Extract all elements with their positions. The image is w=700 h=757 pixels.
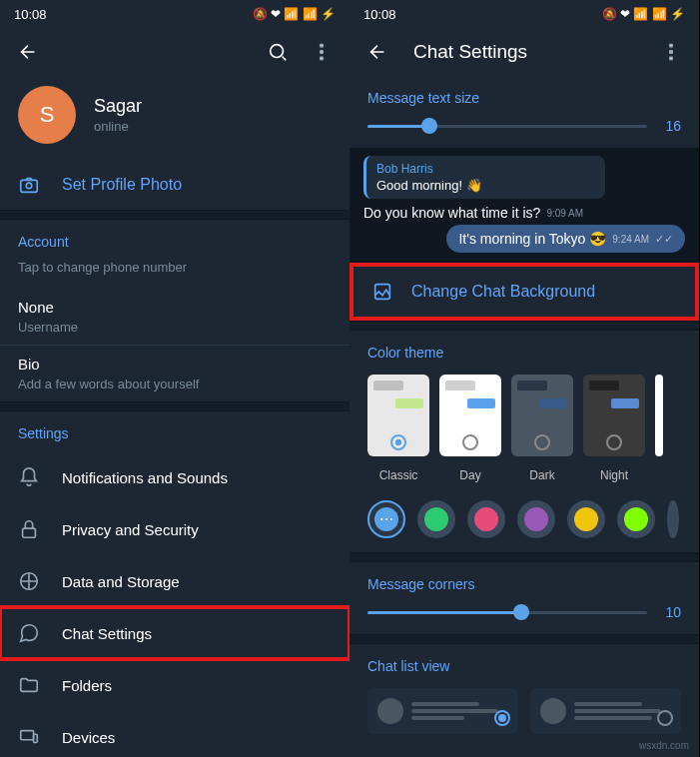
status-icons: 🔕 ❤ 📶 📶 ⚡ <box>602 7 685 21</box>
checkmark-icon: ✓✓ <box>655 233 673 246</box>
accent-color-pink[interactable] <box>467 500 505 538</box>
theme-classic[interactable] <box>367 375 429 456</box>
chat-preview: Bob Harris Good morning! 👋 Do you know w… <box>350 148 699 263</box>
lock-icon <box>18 518 40 540</box>
bio-row[interactable]: Bio Add a few words about yourself <box>0 346 350 401</box>
svg-rect-8 <box>21 731 34 740</box>
svg-point-12 <box>670 51 673 54</box>
chat-settings-row[interactable]: Chat Settings <box>0 607 350 659</box>
divider <box>0 210 350 220</box>
svg-point-3 <box>321 57 324 60</box>
back-button[interactable] <box>357 32 397 72</box>
set-profile-photo-button[interactable]: Set Profile Photo <box>0 160 350 210</box>
svg-point-0 <box>271 45 284 58</box>
profile-name: Sagar <box>94 96 142 117</box>
more-button[interactable] <box>651 32 691 72</box>
folders-row[interactable]: Folders <box>0 659 350 711</box>
text-size-label: Message text size <box>350 76 699 112</box>
folder-icon <box>18 674 40 696</box>
svg-point-11 <box>670 44 673 47</box>
more-button[interactable] <box>302 32 342 72</box>
search-icon <box>267 41 289 63</box>
profile-section[interactable]: S Sagar online <box>0 76 350 160</box>
theme-night[interactable] <box>583 375 645 456</box>
theme-extra[interactable] <box>655 375 663 456</box>
chat-list-view-selector <box>350 680 699 742</box>
avatar: S <box>18 86 76 144</box>
more-vertical-icon <box>660 41 682 63</box>
avatar-placeholder <box>540 698 566 724</box>
corners-label: Message corners <box>350 562 699 598</box>
accent-color-purple[interactable] <box>517 500 555 538</box>
watermark: wsxdn.com <box>639 740 689 751</box>
svg-point-5 <box>26 183 32 189</box>
svg-point-2 <box>321 51 324 54</box>
status-time: 10:08 <box>14 7 47 22</box>
divider <box>0 401 350 411</box>
message-outgoing: It's morning in Tokyo 😎 9:24 AM ✓✓ <box>446 225 685 253</box>
camera-icon <box>18 174 40 196</box>
svg-point-1 <box>321 44 324 47</box>
profile-status: online <box>94 119 142 134</box>
chat-settings-screen: 10:08 🔕 ❤ 📶 📶 ⚡ Chat Settings Message te… <box>350 0 699 757</box>
theme-selector <box>350 367 699 464</box>
text-size-slider[interactable]: 16 <box>350 112 699 148</box>
back-button[interactable] <box>8 32 48 72</box>
notifications-row[interactable]: Notifications and Sounds <box>0 451 350 503</box>
header: Chat Settings <box>350 28 699 76</box>
change-background-button[interactable]: Change Chat Background <box>353 267 695 317</box>
text-size-value: 16 <box>661 118 681 134</box>
status-bar: 10:08 🔕 ❤ 📶 📶 ⚡ <box>350 0 699 28</box>
color-theme-label: Color theme <box>350 331 699 367</box>
chat-list-label: Chat list view <box>350 644 699 680</box>
arrow-left-icon <box>366 41 388 63</box>
message-incoming: Bob Harris Good morning! 👋 <box>363 156 605 199</box>
username-row[interactable]: None Username <box>0 289 350 346</box>
divider <box>350 552 699 562</box>
bell-icon <box>18 466 40 488</box>
status-icons: 🔕 ❤ 📶 📶 ⚡ <box>253 7 336 21</box>
chat-icon <box>18 622 40 644</box>
radio-icon <box>657 710 673 726</box>
svg-rect-4 <box>21 180 38 192</box>
status-bar: 10:08 🔕 ❤ 📶 📶 ⚡ <box>0 0 350 28</box>
devices-row[interactable]: Devices <box>0 711 350 757</box>
divider <box>350 634 699 644</box>
image-icon <box>371 281 393 303</box>
avatar-placeholder <box>377 698 403 724</box>
divider <box>350 321 699 331</box>
status-time: 10:08 <box>363 7 396 22</box>
more-vertical-icon <box>311 41 333 63</box>
theme-day[interactable] <box>439 375 501 456</box>
account-hint[interactable]: Tap to change phone number <box>0 260 350 289</box>
accent-color-extra[interactable] <box>667 500 679 538</box>
theme-dark[interactable] <box>511 375 573 456</box>
accent-color-lime[interactable] <box>617 500 655 538</box>
accent-colors: ⋯ <box>350 492 699 552</box>
svg-rect-6 <box>23 528 36 537</box>
settings-screen: 10:08 🔕 ❤ 📶 📶 ⚡ S Sagar online Set Profi… <box>0 0 350 757</box>
search-button[interactable] <box>258 32 298 72</box>
database-icon <box>18 570 40 592</box>
devices-icon <box>18 726 40 748</box>
settings-title: Settings <box>0 411 350 451</box>
chat-list-three-line[interactable] <box>530 688 681 734</box>
privacy-row[interactable]: Privacy and Security <box>0 503 350 555</box>
data-storage-row[interactable]: Data and Storage <box>0 555 350 607</box>
svg-rect-9 <box>34 734 38 742</box>
corners-value: 10 <box>661 604 681 620</box>
set-photo-label: Set Profile Photo <box>62 176 182 194</box>
accent-color-blue[interactable]: ⋯ <box>367 500 405 538</box>
accent-color-teal[interactable] <box>567 500 605 538</box>
accent-color-green[interactable] <box>417 500 455 538</box>
radio-selected-icon <box>494 710 510 726</box>
page-title: Chat Settings <box>413 41 651 63</box>
corners-slider[interactable]: 10 <box>350 598 699 634</box>
arrow-left-icon <box>17 41 39 63</box>
account-title: Account <box>0 220 350 260</box>
chat-list-two-line[interactable] <box>367 688 518 734</box>
svg-point-13 <box>670 57 673 60</box>
header <box>0 28 350 76</box>
